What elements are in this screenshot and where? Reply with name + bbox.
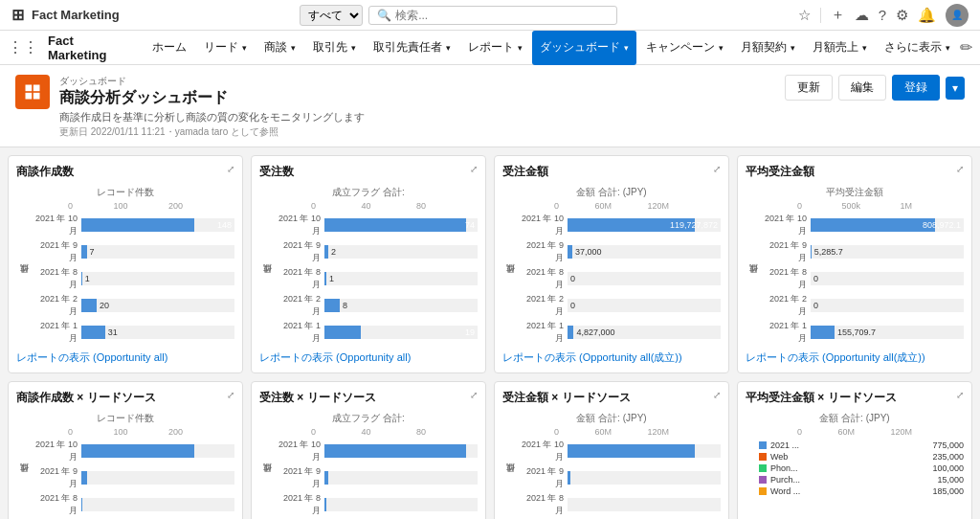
bar-container	[81, 498, 234, 511]
bar-row: 2021 年 10 月	[516, 439, 721, 463]
axis-tick: 120M	[647, 427, 669, 437]
bar-container: 0	[568, 272, 721, 285]
dashboard-subtitle: ダッシュボード	[59, 75, 365, 88]
bar-row: 2021 年 10 月808,972.1	[759, 213, 964, 237]
nav-home[interactable]: ホーム	[145, 31, 194, 65]
bar-value: 37,000	[575, 247, 602, 257]
expand-icon[interactable]: ⤢	[713, 164, 721, 174]
nav-accounts[interactable]: 取引先 ▾	[305, 31, 364, 65]
expand-icon[interactable]: ⤢	[470, 164, 478, 174]
bar-row: 2021 年 2 月0	[759, 293, 964, 318]
chevron-down-icon: ▾	[518, 43, 523, 53]
nav-monthly-contract[interactable]: 月額契約 ▾	[733, 31, 803, 65]
axis-label: 金額 合計: (JPY)	[746, 412, 964, 425]
search-input[interactable]	[395, 9, 609, 22]
star-icon[interactable]: ☆	[798, 7, 811, 24]
bar-container: 5,285.7	[811, 245, 964, 259]
chevron-down-icon: ▾	[351, 43, 356, 53]
bar-row: 2021 年 2 月20	[30, 293, 234, 318]
bar-row: 2021 年 1 月4,827,000	[516, 320, 721, 345]
bar-fill	[81, 272, 82, 285]
bar-row: 2021 年 1 月19	[273, 320, 478, 345]
nav-deals[interactable]: 商談 ▾	[256, 31, 303, 65]
nav-leads[interactable]: リード ▾	[196, 31, 255, 65]
svg-rect-1	[33, 85, 40, 92]
nav-more[interactable]: さらに表示 ▾	[877, 31, 958, 65]
update-button[interactable]: 更新	[785, 75, 833, 101]
bar-container	[81, 444, 234, 458]
nav-dashboard[interactable]: ダッシュボード ▾	[532, 31, 636, 65]
bar-fill	[324, 272, 326, 285]
bar-value: 148	[217, 220, 232, 230]
y-axis-label: 作成日	[16, 439, 30, 519]
bar-container	[324, 471, 478, 485]
bar-row: 2021 年 1 月31	[30, 320, 234, 345]
dashboard-updated: 更新日 2022/01/11 11:21・yamada taro として参照	[59, 125, 365, 139]
bar-label: 2021 年 1 月	[516, 320, 564, 345]
bar-label: 2021 年 2 月	[516, 293, 564, 318]
bar-row: 2021 年 10 月74	[273, 213, 478, 237]
register-button[interactable]: 登録	[892, 75, 940, 101]
chart-link[interactable]: レポートの表示 (Opportunity all(成立))	[502, 347, 721, 365]
chart-link[interactable]: レポートの表示 (Opportunity all)	[259, 347, 478, 365]
axis-tick: 80	[416, 427, 426, 437]
x-axis-ticks: 060M120M	[554, 201, 669, 211]
plus-icon[interactable]: ＋	[831, 6, 845, 24]
svg-rect-0	[26, 85, 33, 92]
legend-value: 185,000	[932, 486, 964, 496]
nav-campaigns[interactable]: キャンペーン ▾	[638, 31, 731, 65]
dashboard-title: 商談分析ダッシュボード	[59, 88, 365, 108]
top-bar: ⊞ Fact Marketing すべて 🔍 ☆ ＋ ☁ ? ⚙ 🔔 👤	[0, 0, 980, 31]
bar-container: 0	[568, 299, 721, 312]
cloud-icon[interactable]: ☁	[855, 7, 869, 24]
axis-label: 金額 合計: (JPY)	[502, 186, 721, 199]
bar-container: 119,727,872	[568, 218, 721, 232]
grid-icon[interactable]: ⋮⋮	[8, 38, 38, 56]
bar-row: 2021 年 9 月	[273, 465, 478, 490]
expand-icon[interactable]: ⤢	[227, 390, 234, 400]
axis-tick: 40	[361, 201, 370, 211]
register-caret-button[interactable]: ▾	[946, 77, 965, 100]
settings-icon[interactable]: ⚙	[896, 7, 908, 24]
top-bar-actions: ☆ ＋ ☁ ? ⚙ 🔔 👤	[798, 4, 969, 27]
chevron-down-icon: ▾	[242, 43, 247, 53]
x-axis-ticks: 04080	[311, 427, 426, 437]
expand-icon[interactable]: ⤢	[713, 390, 721, 400]
y-axis-label: 作成日	[16, 213, 30, 347]
question-icon[interactable]: ?	[879, 7, 886, 23]
bar-row: 2021 年 10 月	[273, 439, 478, 463]
bar-label: 2021 年 9 月	[516, 239, 564, 264]
axis-label: レコード件数	[16, 186, 234, 199]
bar-container: 808,972.1	[811, 218, 964, 232]
bar-label: 2021 年 2 月	[273, 293, 321, 318]
bell-icon[interactable]: 🔔	[918, 7, 936, 24]
x-axis-ticks: 0100200	[68, 201, 183, 211]
dashboard-header-left: ダッシュボード 商談分析ダッシュボード 商談作成日を基準に分析し商談の質の変化を…	[15, 75, 365, 139]
dashboard-grid-row1: 商談作成数⤢レコード件数0100200作成日2021 年 10 月1482021…	[0, 147, 980, 381]
nav-contacts[interactable]: 取引先責任者 ▾	[366, 31, 458, 65]
nav-reports[interactable]: レポート ▾	[460, 31, 530, 65]
bar-label: 2021 年 8 月	[30, 266, 78, 291]
expand-icon[interactable]: ⤢	[470, 390, 478, 400]
bar-label: 2021 年 10 月	[516, 213, 564, 237]
bar-container: 19	[324, 326, 478, 339]
expand-icon[interactable]: ⤢	[956, 390, 964, 400]
bar-fill	[324, 326, 361, 339]
chart-link[interactable]: レポートの表示 (Opportunity all)	[16, 347, 234, 365]
bar-container	[568, 444, 721, 458]
filter-select[interactable]: すべて	[300, 5, 363, 26]
chart-link[interactable]: レポートの表示 (Opportunity all(成立))	[746, 347, 964, 365]
edit-button[interactable]: 編集	[838, 75, 886, 101]
bar-container: 37,000	[568, 245, 721, 259]
axis-tick: 0	[68, 427, 73, 437]
edit-icon[interactable]: ✏	[960, 38, 972, 56]
expand-icon[interactable]: ⤢	[227, 164, 234, 174]
chart-title: 受注数 × リードソース	[259, 390, 376, 406]
nav-monthly-sales[interactable]: 月額売上 ▾	[805, 31, 875, 65]
user-avatar[interactable]: 👤	[946, 4, 969, 27]
bar-row: 2021 年 10 月148	[30, 213, 234, 237]
y-axis-label: 作成日	[259, 439, 273, 519]
axis-tick: 120M	[890, 427, 912, 437]
expand-icon[interactable]: ⤢	[956, 164, 964, 174]
legend-color-dot	[759, 464, 767, 472]
